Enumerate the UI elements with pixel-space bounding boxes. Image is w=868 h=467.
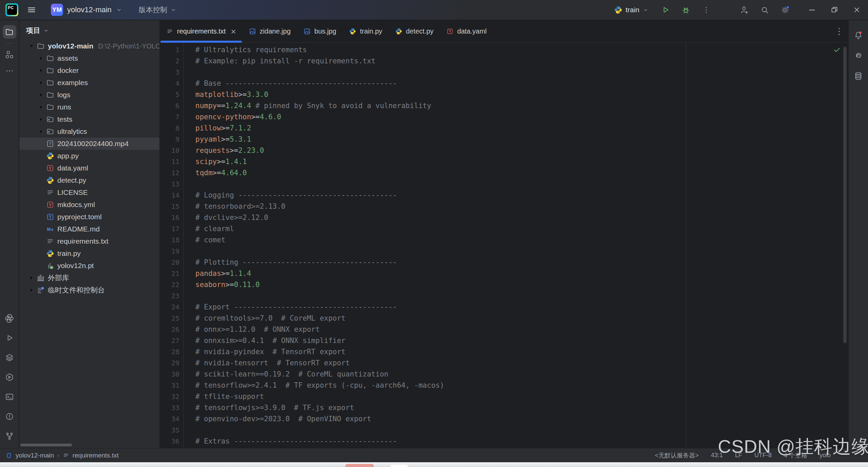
tree-item-yolov12n.pt[interactable]: Cyolov12n.pt (19, 260, 159, 272)
code-line-20[interactable]: 20# Plotting ---------------------------… (160, 257, 848, 268)
line-number[interactable]: 22 (160, 281, 179, 289)
tree-item-pyproject.toml[interactable]: Tpyproject.toml (19, 211, 159, 223)
tab-bus.jpg[interactable]: bus.jpg (297, 20, 343, 42)
chevron-right-icon[interactable] (36, 104, 46, 110)
horizontal-scrollbar[interactable] (20, 444, 72, 446)
tree-item-外部库[interactable]: 外部库 (19, 272, 159, 284)
tree-item-docker[interactable]: docker (19, 64, 159, 77)
line-number[interactable]: 21 (160, 269, 179, 278)
tree-item-runs[interactable]: runs (19, 101, 159, 113)
line-number[interactable]: 15 (160, 202, 179, 210)
line-number[interactable]: 35 (160, 426, 179, 434)
code-line-23[interactable]: 23 (160, 290, 848, 301)
code-editor[interactable]: 1# Ultralytics requirements2# Example: p… (160, 43, 848, 448)
line-number[interactable]: 8 (160, 124, 179, 132)
code-line-7[interactable]: 7opencv-python>=4.6.0 (160, 111, 848, 122)
restore-button[interactable] (823, 0, 846, 20)
code-line-9[interactable]: 9pyyaml>=5.3.1 (160, 134, 848, 145)
search-everywhere-button[interactable] (757, 3, 772, 17)
line-number[interactable]: 6 (160, 102, 179, 110)
tree-item-app.py[interactable]: app.py (19, 150, 159, 162)
code-line-17[interactable]: 17# clearml (160, 223, 848, 234)
vertical-scrollbar[interactable] (843, 47, 847, 343)
line-number[interactable]: 19 (160, 247, 179, 255)
tree-item-临时文件和控制台[interactable]: 临时文件和控制台 (19, 284, 159, 296)
code-line-21[interactable]: 21pandas>=1.1.4 (160, 268, 848, 279)
tab-data.yaml[interactable]: Ydata.yaml (440, 20, 493, 42)
code-with-me-button[interactable] (737, 3, 751, 17)
line-number[interactable]: 31 (160, 381, 179, 389)
chevron-right-icon[interactable] (36, 116, 46, 122)
line-number[interactable]: 7 (160, 113, 179, 121)
line-number[interactable]: 32 (160, 392, 179, 401)
terminal-tool-button[interactable] (3, 390, 16, 404)
code-line-14[interactable]: 14# Logging ----------------------------… (160, 189, 848, 201)
line-number[interactable]: 18 (160, 236, 179, 244)
breadcrumb-project[interactable]: yolov12-main (16, 452, 54, 459)
tree-item-data.yaml[interactable]: Ydata.yaml (19, 162, 159, 174)
code-line-32[interactable]: 32# tflite-support (160, 391, 848, 402)
project-panel-header[interactable]: 项目 (19, 20, 159, 38)
tree-item-20241002024400.mp4[interactable]: ?20241002024400.mp4 (19, 138, 159, 150)
line-number[interactable]: 13 (160, 180, 179, 188)
tree-item-detect.py[interactable]: detect.py (19, 174, 159, 186)
tree-item-logs[interactable]: logs (19, 89, 159, 101)
code-line-6[interactable]: 6numpy==1.24.4 # pinned by Snyk to avoid… (160, 100, 848, 111)
tree-item-mkdocs.yml[interactable]: Ymkdocs.yml (19, 199, 159, 211)
line-number[interactable]: 27 (160, 337, 179, 345)
code-line-15[interactable]: 15# tensorboard>=2.13.0 (160, 201, 848, 212)
code-line-16[interactable]: 16# dvclive>=2.12.0 (160, 212, 848, 223)
line-number[interactable]: 2 (160, 57, 179, 65)
taskbar-item[interactable] (390, 464, 408, 467)
line-number[interactable]: 1 (160, 46, 179, 54)
line-number[interactable]: 25 (160, 314, 179, 322)
line-number[interactable]: 20 (160, 258, 179, 266)
code-line-4[interactable]: 4# Base --------------------------------… (160, 78, 848, 89)
minimize-button[interactable] (801, 0, 823, 20)
more-tool-windows-button[interactable] (3, 64, 16, 78)
code-line-27[interactable]: 27# onnxsim>=0.4.1 # ONNX simplifier (160, 335, 848, 346)
tree-item-assets[interactable]: assets (19, 52, 159, 64)
code-line-8[interactable]: 8pillow>=7.1.2 (160, 122, 848, 134)
main-menu-button[interactable] (24, 3, 39, 17)
tree-item-LICENSE[interactable]: LICENSE (19, 186, 159, 199)
line-number[interactable]: 36 (160, 437, 179, 445)
problems-tool-button[interactable] (3, 410, 16, 423)
version-control-tool-button[interactable] (3, 429, 16, 443)
tab-detect.py[interactable]: detect.py (389, 20, 440, 42)
line-number[interactable]: 29 (160, 359, 179, 367)
notifications-button[interactable] (852, 28, 865, 42)
line-number[interactable]: 17 (160, 225, 179, 233)
code-line-18[interactable]: 18# comet (160, 234, 848, 245)
code-line-34[interactable]: 34# openvino-dev>=2023.0 # OpenVINO expo… (160, 413, 848, 424)
run-button[interactable] (658, 3, 673, 17)
close-tab-icon[interactable]: × (231, 27, 236, 36)
chevron-right-icon[interactable] (36, 55, 46, 61)
tab-train.py[interactable]: train.py (343, 20, 389, 42)
line-number[interactable]: 26 (160, 325, 179, 333)
code-line-1[interactable]: 1# Ultralytics requirements (160, 44, 848, 55)
database-button[interactable] (852, 69, 865, 83)
taskbar-item[interactable] (345, 464, 374, 467)
tree-item-yolov12-main[interactable]: yolov12-mainD:\2-Python\1-YOLO\Y (19, 40, 159, 52)
project-tool-button[interactable] (3, 25, 16, 39)
tab-options-button[interactable]: ⋮ (830, 20, 848, 42)
inspection-ok-icon[interactable] (833, 45, 841, 54)
line-number[interactable]: 10 (160, 146, 179, 155)
line-number[interactable]: 3 (160, 68, 179, 76)
code-line-2[interactable]: 2# Example: pip install -r requirements.… (160, 55, 848, 66)
chevron-right-icon[interactable] (36, 92, 46, 98)
tree-item-train.py[interactable]: train.py (19, 247, 159, 260)
code-line-26[interactable]: 26# onnx>=1.12.0 # ONNX export (160, 324, 848, 335)
tab-zidane.jpg[interactable]: zidane.jpg (243, 20, 297, 42)
line-number[interactable]: 5 (160, 90, 179, 99)
line-number[interactable]: 12 (160, 169, 179, 177)
line-number[interactable]: 11 (160, 158, 179, 166)
tree-item-README.md[interactable]: MREADME.md (19, 223, 159, 235)
close-button[interactable] (846, 0, 868, 20)
line-number[interactable]: 34 (160, 415, 179, 423)
code-line-13[interactable]: 13 (160, 178, 848, 189)
chevron-right-icon[interactable] (36, 128, 46, 135)
tree-item-requirements.txt[interactable]: requirements.txt (19, 235, 159, 247)
code-line-25[interactable]: 25# coremltools>=7.0 # CoreML export (160, 312, 848, 324)
